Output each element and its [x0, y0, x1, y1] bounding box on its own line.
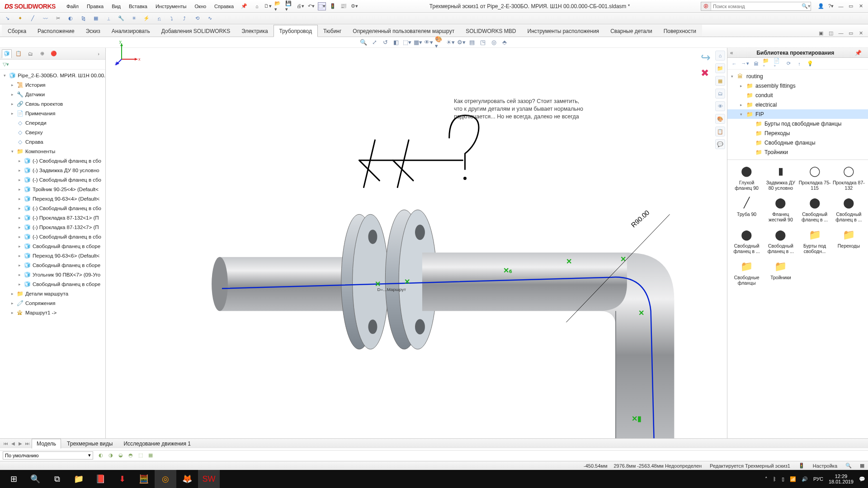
convert-icon[interactable]: ◐	[66, 14, 75, 23]
pdf-app-icon[interactable]: 📕	[90, 470, 111, 488]
rapid-sketch-icon[interactable]: ⚡	[142, 14, 151, 23]
exit-sketch-icon[interactable]: ↘	[3, 14, 12, 23]
tree-component[interactable]: ▸🧊(-) Свободный фланец в сбо	[0, 156, 105, 165]
tree-component[interactable]: ▸🧊Свободный фланец в сборе	[0, 241, 105, 251]
menu-file[interactable]: Файл	[63, 2, 82, 11]
mt-next-icon[interactable]: ▶	[17, 441, 24, 447]
tree-component[interactable]: ▸🧊(-) Задвижка ДУ 80 условно	[0, 165, 105, 175]
library-thumb[interactable]: ⬤Свободный фланец в ...	[798, 194, 831, 224]
tree-component[interactable]: ▸🧊(-) Свободный фланец в сбо	[0, 175, 105, 184]
menu-view[interactable]: Вид	[108, 2, 124, 11]
taskbar-clock[interactable]: 12:29 18.01.2019	[829, 474, 854, 484]
ds-2-icon[interactable]: ◑	[107, 451, 115, 460]
tray-bt-icon[interactable]: ᛒ	[773, 476, 776, 482]
options-icon[interactable]: 📰	[340, 2, 348, 10]
mt-last-icon[interactable]: ⏭	[24, 441, 31, 447]
home-icon[interactable]: ⌂	[253, 2, 261, 10]
orientation-triad[interactable]: x y z	[115, 39, 736, 430]
mdi-close-icon[interactable]: ✕	[857, 29, 864, 37]
fm-tab-tree-icon[interactable]: 🧊	[2, 49, 12, 58]
dlib-tree-node[interactable]: 📁Переходы	[727, 128, 868, 138]
task-view-icon[interactable]: ⧉	[46, 470, 68, 488]
dlib-tree-node[interactable]: 📁Бурты под свободные фланцы	[727, 119, 868, 128]
dlib-newfolder-icon[interactable]: 📁⁺	[763, 60, 771, 68]
dlib-addloc-icon[interactable]: 🏛	[752, 60, 760, 68]
fm-tab-prop-icon[interactable]: 📋	[14, 49, 24, 58]
status-custom[interactable]: Настройка	[813, 463, 837, 469]
tab-assembly[interactable]: Сборка	[2, 25, 32, 37]
tree-node[interactable]: ▸🔗Связь проектов	[0, 99, 105, 108]
library-thumb[interactable]: ⬤Фланец жесткий 90	[764, 194, 797, 224]
dlib-tip-icon[interactable]: 💡	[806, 60, 814, 68]
menu-help[interactable]: Справка	[211, 2, 237, 11]
bottom-tab-model[interactable]: Модель	[32, 439, 61, 449]
fm-tab-config-icon[interactable]: 🗂	[25, 49, 35, 58]
dlib-tree-node[interactable]: 📁Тройники	[727, 147, 868, 157]
dlib-tree-node[interactable]: ▾🏛routing	[727, 71, 868, 81]
mirror-icon[interactable]: ⧎	[79, 14, 88, 23]
dlib-tree-node[interactable]: ▸📁assembly fittings	[727, 81, 868, 90]
taskbar-search-icon[interactable]: 🔍	[24, 470, 46, 488]
line-icon[interactable]: ╱	[28, 14, 37, 23]
dlib-up-icon[interactable]: ↑	[795, 60, 803, 68]
repair-icon[interactable]: 🔧	[117, 14, 126, 23]
explorer-icon[interactable]: 📁	[68, 470, 90, 488]
ds-5-icon[interactable]: ⬚	[137, 451, 145, 460]
tree-node[interactable]: ◇Спереди	[0, 118, 105, 127]
tree-node[interactable]: ▸📜История	[0, 80, 105, 89]
pattern-icon[interactable]: ▦	[91, 14, 100, 23]
save-icon[interactable]: 💾▾	[285, 2, 293, 10]
tab-electrical[interactable]: Электрика	[236, 25, 274, 37]
tab-surfaces[interactable]: Поверхности	[658, 25, 702, 37]
dlib-tree-node[interactable]: ▾📁FIP	[727, 109, 868, 119]
tool3-icon[interactable]: ⤴	[180, 14, 189, 23]
tool5-icon[interactable]: ∿	[205, 14, 214, 23]
tree-component[interactable]: ▸🧊Угольник 90 ПВХ<7> (09-Уго	[0, 270, 105, 279]
undo-icon[interactable]: ↶▾	[307, 2, 315, 10]
library-thumb[interactable]: ⬤Свободный фланец в ...	[832, 194, 865, 224]
library-thumb[interactable]: ◯Прокладка 75-115	[798, 163, 831, 192]
dlib-tree-node[interactable]: ▸📁electrical	[727, 100, 868, 109]
tree-node[interactable]: ▸🔧Датчики	[0, 89, 105, 99]
relation-icon[interactable]: ⟂	[104, 14, 113, 23]
tree-node[interactable]: ◇Сверху	[0, 127, 105, 137]
bottom-tab-3dviews[interactable]: Трехмерные виды	[62, 439, 118, 449]
design-library-tree[interactable]: ▾🏛routing▸📁assembly fittings📁conduit▸📁el…	[727, 70, 868, 160]
tab-piping[interactable]: Трубопровод	[274, 25, 318, 37]
tree-components-folder[interactable]: ▾📁 Компоненты	[0, 146, 105, 156]
tab-weldments[interactable]: Сварные детали	[604, 25, 658, 37]
view-layout2-icon[interactable]: ◫	[827, 29, 835, 37]
library-thumb[interactable]: 📁Переходы	[832, 226, 865, 256]
dlib-tree-node[interactable]: 📁Свободные фланцы	[727, 138, 868, 147]
print-icon[interactable]: 🖨▾	[296, 2, 304, 10]
tree-node[interactable]: ▸🧷Сопряжения	[0, 298, 105, 308]
tree-component[interactable]: ▸🧊(-) Свободный фланец в сбо	[0, 232, 105, 241]
mdi-minimize-icon[interactable]: —	[837, 29, 844, 37]
solidworks-app-icon[interactable]: SW	[198, 470, 220, 488]
library-thumb[interactable]: ⬤Свободный фланец в ...	[764, 226, 797, 256]
settings-gear-icon[interactable]: ⚙▾	[350, 2, 359, 10]
ds-3-icon[interactable]: ◒	[117, 451, 125, 460]
action-center-icon[interactable]: 💬	[859, 476, 865, 482]
tab-layout-tools[interactable]: Инструменты расположения	[522, 25, 605, 37]
minimize-icon[interactable]: —	[837, 3, 844, 10]
design-library-header[interactable]: « Библиотека проектирования 📌	[727, 48, 868, 58]
tree-node[interactable]: ▸📁Детали маршрута	[0, 289, 105, 298]
tray-chevron-icon[interactable]: ˄	[765, 476, 768, 482]
status-grid-icon[interactable]: ▦	[860, 463, 864, 469]
tree-component[interactable]: ▸🧊(-) Свободный фланец в сбо	[0, 203, 105, 213]
panel-pin-icon[interactable]: 📌	[855, 50, 862, 56]
select-icon[interactable]: ⬚▾	[318, 2, 326, 10]
start-button[interactable]: ⊞	[3, 470, 24, 488]
library-thumb[interactable]: 📁Бурты под свободн...	[798, 226, 831, 256]
tab-mbd[interactable]: SOLIDWORKS MBD	[460, 25, 522, 37]
fm-tab-dim-icon[interactable]: ⊕	[37, 49, 47, 58]
tab-evaluate[interactable]: Анализировать	[106, 25, 156, 37]
tree-node[interactable]: ◇Справа	[0, 137, 105, 146]
fm-tab-more-icon[interactable]: ›	[94, 49, 104, 58]
fusion-app-icon[interactable]: ◎	[155, 470, 176, 488]
quick-snap-icon[interactable]: ✳	[129, 14, 138, 23]
calc-icon[interactable]: 🧮	[133, 470, 155, 488]
tool1-icon[interactable]: ⎌	[155, 14, 164, 23]
tree-component[interactable]: ▸🧊(-) Прокладка 87-132<7> (П	[0, 222, 105, 232]
